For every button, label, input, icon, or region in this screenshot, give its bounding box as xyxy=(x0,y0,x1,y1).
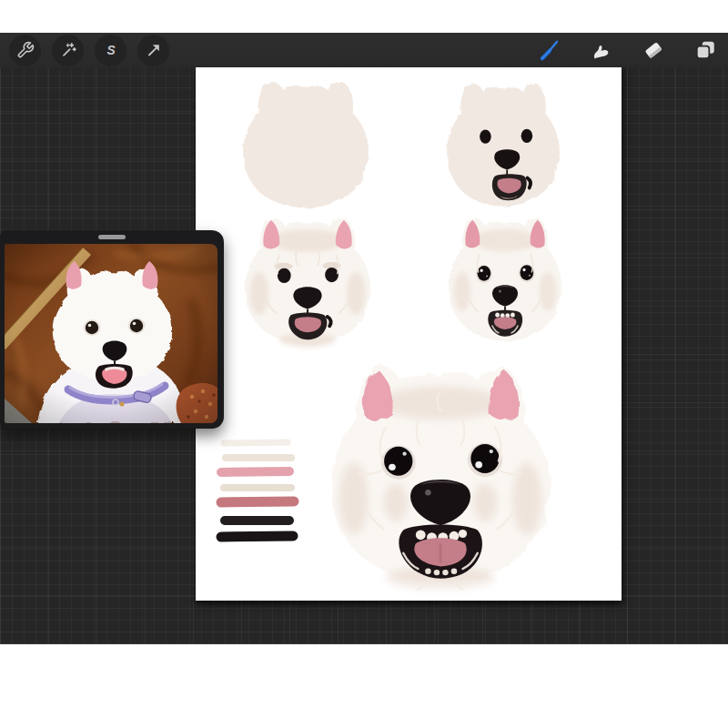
adjustments-button[interactable] xyxy=(52,35,84,66)
layers-button[interactable] xyxy=(689,34,722,66)
eraser-icon xyxy=(642,38,665,62)
selection-s-icon: S xyxy=(102,41,120,59)
magic-wand-icon xyxy=(59,41,77,59)
reference-window[interactable] xyxy=(0,230,224,429)
page-margin-bottom xyxy=(0,644,728,728)
transform-button[interactable] xyxy=(137,35,169,66)
screenshot-page: S xyxy=(0,0,728,728)
dog-step-1-silhouette xyxy=(243,82,369,208)
eye-left xyxy=(384,447,412,476)
palette-swatch-7 xyxy=(221,536,293,537)
eye-right xyxy=(521,129,533,143)
dog-step-2-features xyxy=(447,84,560,207)
palette-swatches xyxy=(221,442,294,537)
toolbar-left-group: S xyxy=(0,35,169,66)
toolbar: S xyxy=(0,33,728,67)
drawing-canvas[interactable] xyxy=(196,67,622,601)
erase-button[interactable] xyxy=(637,34,670,66)
eye-right xyxy=(470,444,499,473)
palette-swatch-5 xyxy=(221,501,294,502)
selection-s-glyph: S xyxy=(106,44,116,57)
artwork-westie-tutorial xyxy=(196,67,622,601)
reference-photo-image xyxy=(5,244,217,423)
page-margin-top xyxy=(0,0,728,33)
layers-icon xyxy=(693,38,717,62)
palette-swatch-3 xyxy=(221,471,289,472)
eye-left xyxy=(278,268,291,283)
smudge-finger-icon xyxy=(590,38,613,62)
eye-right xyxy=(520,265,533,280)
reference-photo xyxy=(5,244,217,423)
eye-left xyxy=(480,129,491,143)
paintbrush-icon xyxy=(538,38,561,62)
dog-step-3-base-colour xyxy=(245,218,370,348)
workspace-background xyxy=(0,67,728,644)
actions-button[interactable] xyxy=(9,35,41,66)
selection-button[interactable]: S xyxy=(95,35,126,66)
paint-button[interactable] xyxy=(533,34,566,66)
dog-step-5-finished xyxy=(331,367,550,590)
transform-arrow-icon xyxy=(145,41,163,59)
dog-step-4-refined xyxy=(449,218,561,341)
toolbar-right-group xyxy=(533,34,728,66)
reference-window-titlebar[interactable] xyxy=(0,230,224,244)
drag-handle-icon[interactable] xyxy=(98,235,126,239)
palette-swatch-1 xyxy=(224,442,288,443)
smudge-button[interactable] xyxy=(585,34,618,66)
wrench-icon xyxy=(16,41,35,59)
eye-left xyxy=(478,266,491,281)
eye-right xyxy=(325,268,339,282)
